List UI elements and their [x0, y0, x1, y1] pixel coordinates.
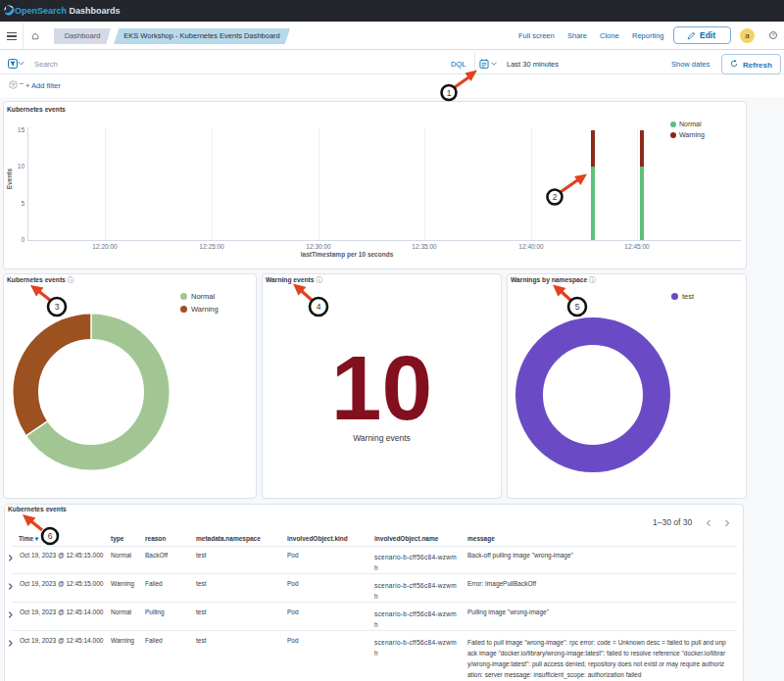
svg-text:5: 5 — [575, 302, 580, 312]
svg-text:3: 3 — [55, 302, 60, 312]
svg-text:1: 1 — [447, 88, 452, 98]
svg-text:6: 6 — [48, 531, 53, 541]
svg-text:2: 2 — [553, 192, 558, 202]
svg-text:4: 4 — [317, 302, 321, 312]
